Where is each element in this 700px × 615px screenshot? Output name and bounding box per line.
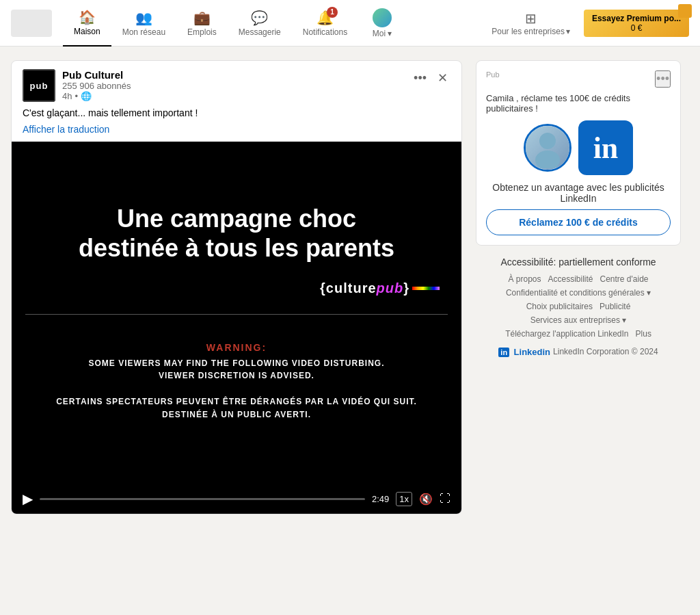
svg-point-0 <box>539 133 556 149</box>
premium-button[interactable]: Essayez Premium po... 0 € <box>584 10 689 37</box>
video-speed[interactable]: 1x <box>396 492 412 506</box>
footer-link-aide[interactable]: Centre d'aide <box>600 274 649 284</box>
video-controls: ▶ 2:49 1x 🔇 ⛶ <box>12 484 461 514</box>
premium-icon <box>678 4 692 18</box>
sidebar-ad-card: Pub ••• Camila , réclame tes 100€ de cré… <box>476 60 681 246</box>
user-avatar <box>373 8 392 27</box>
site-logo[interactable] <box>11 10 52 37</box>
clock-icon: • <box>75 91 78 101</box>
nav-item-moi[interactable]: Moi ▾ <box>358 0 406 47</box>
post-author-avatar: pub <box>23 69 55 102</box>
video-title-line1: Une campagne choc destinée à tous les pa… <box>79 204 394 263</box>
post-translate-link[interactable]: Afficher la traduction <box>12 124 461 142</box>
footer-row-2: Confidentialité et conditions générales … <box>476 288 681 298</box>
footer-row-5: Téléchargez l'application LinkedIn Plus <box>476 329 681 339</box>
top-navigation: 🏠 Maison 👥 Mon réseau 💼 Emplois 💬 Messag… <box>0 0 700 47</box>
footer-links: Accessibilité: partiellement conforme À … <box>476 257 681 358</box>
footer-link-services[interactable]: Services aux entreprises ▾ <box>530 315 627 325</box>
home-icon: 🏠 <box>79 9 96 25</box>
brand-pub: pub <box>377 280 404 296</box>
post-time: 4h • 🌐 <box>62 91 450 101</box>
post-actions: ••• ✕ <box>411 69 450 87</box>
nav-item-emplois[interactable]: 💼 Emplois <box>176 0 228 47</box>
nav-label-messagerie: Messagerie <box>239 27 281 37</box>
nav-label-maison: Maison <box>74 27 100 36</box>
nav-item-maison[interactable]: 🏠 Maison <box>63 0 111 47</box>
messaging-icon: 💬 <box>251 10 268 26</box>
footer-link-confidentialite[interactable]: Confidentialité et conditions générales … <box>506 288 651 298</box>
progress-bar[interactable] <box>40 498 365 500</box>
nav-item-messagerie[interactable]: 💬 Messagerie <box>228 0 292 47</box>
nav-label-emplois: Emplois <box>187 27 217 37</box>
grid-icon: ⊞ <box>525 10 537 27</box>
footer-link-apropos[interactable]: À propos <box>508 274 541 284</box>
footer-row-1: À propos Accessibilité Centre d'aide <box>476 274 681 284</box>
nav-label-mon-reseau: Mon réseau <box>122 27 165 37</box>
warning-text-fr: CERTAINS SPECTATEURS PEUVENT ÊTRE DÉRANG… <box>56 395 417 421</box>
footer-row-4: Services aux entreprises ▾ <box>476 315 681 325</box>
post-content-text: C'est glaçant... mais tellement importan… <box>12 107 461 124</box>
footer-link-plus[interactable]: Plus <box>636 329 651 339</box>
post-more-button[interactable]: ••• <box>411 70 429 87</box>
ad-title: Camila , réclame tes 100€ de crédits pub… <box>486 93 671 114</box>
nav-item-mon-reseau[interactable]: 👥 Mon réseau <box>111 0 176 47</box>
ad-person-image <box>524 124 571 172</box>
notifications-icon: 🔔 1 <box>317 10 334 26</box>
post-author-name[interactable]: Pub Culturel <box>62 69 450 81</box>
video-warning: WARNING: SOME VIEWERS MAY FIND THE FOLLO… <box>88 342 384 382</box>
notification-badge: 1 <box>327 7 338 18</box>
accessibility-label: Accessibilité: partiellement conforme <box>476 257 681 267</box>
ad-cta-button[interactable]: Réclamez 100 € de crédits <box>486 209 671 235</box>
post-followers: 255 906 abonnés <box>62 81 450 91</box>
nav-label-notifications: Notifications <box>303 27 347 37</box>
main-layout: pub Pub Culturel 255 906 abonnés 4h • 🌐 … <box>0 47 700 528</box>
nav-label-entreprises: Pour les entreprises ▾ <box>492 27 570 36</box>
video-duration: 2:49 <box>372 494 389 504</box>
premium-label: Essayez Premium po... <box>592 14 681 23</box>
post-meta: Pub Culturel 255 906 abonnés 4h • 🌐 <box>62 69 450 101</box>
colorbar <box>412 287 440 290</box>
warning-text-en: SOME VIEWERS MAY FIND THE FOLLOWING VIDE… <box>88 357 384 382</box>
footer-link-publicite[interactable]: Publicité <box>600 302 630 311</box>
feed-column: pub Pub Culturel 255 906 abonnés 4h • 🌐 … <box>11 60 462 514</box>
video-brand: {culturepub} <box>312 276 448 300</box>
nav-right: ⊞ Pour les entreprises ▾ Essayez Premium… <box>483 10 689 37</box>
brand-culture: culture <box>326 280 377 296</box>
nav-item-entreprises[interactable]: ⊞ Pour les entreprises ▾ <box>483 10 578 36</box>
linkedin-ad-logo: in <box>578 120 633 175</box>
nav-label-moi: Moi ▾ <box>373 29 392 38</box>
play-button[interactable]: ▶ <box>23 490 33 507</box>
premium-price: 0 € <box>631 23 643 33</box>
nav-item-notifications[interactable]: 🔔 1 Notifications <box>292 0 358 47</box>
video-divider <box>25 314 448 315</box>
ad-more-button[interactable]: ••• <box>655 70 671 88</box>
post-header: pub Pub Culturel 255 906 abonnés 4h • 🌐 … <box>12 61 461 107</box>
warning-title: WARNING: <box>88 342 384 353</box>
nav-items: 🏠 Maison 👥 Mon réseau 💼 Emplois 💬 Messag… <box>63 0 406 47</box>
globe-icon: 🌐 <box>81 91 92 101</box>
ad-images: in <box>486 120 671 175</box>
footer-link-app[interactable]: Téléchargez l'application LinkedIn <box>505 329 628 339</box>
post-card: pub Pub Culturel 255 906 abonnés 4h • 🌐 … <box>11 60 462 514</box>
ad-header: Pub ••• <box>486 70 671 88</box>
person-silhouette <box>527 127 568 168</box>
svg-point-1 <box>535 151 560 168</box>
footer-link-choix-pub[interactable]: Choix publicitaires <box>526 302 593 311</box>
footer-link-accessibilite[interactable]: Accessibilité <box>548 274 593 284</box>
volume-button[interactable]: 🔇 <box>419 493 433 506</box>
jobs-icon: 💼 <box>193 10 211 26</box>
copyright-text: LinkedIn Corporation © 2024 <box>553 347 658 356</box>
linkedin-footer-brand: in Linkedin LinkedIn Corporation © 2024 <box>476 345 681 358</box>
brand-brace-close: } <box>403 280 409 296</box>
brand-brace-open: { <box>320 280 326 296</box>
ad-description: Obtenez un avantage avec les publicités … <box>486 182 671 204</box>
video-container: Une campagne choc destinée à tous les pa… <box>12 142 461 484</box>
linkedin-logo-text: in Linkedin <box>498 345 550 358</box>
video-background: Une campagne choc destinée à tous les pa… <box>12 142 461 484</box>
post-close-button[interactable]: ✕ <box>435 69 450 87</box>
sidebar-column: Pub ••• Camila , réclame tes 100€ de cré… <box>476 60 681 514</box>
fullscreen-button[interactable]: ⛶ <box>440 493 450 505</box>
ad-label: Pub <box>486 70 500 79</box>
footer-row-3: Choix publicitaires Publicité <box>476 302 681 311</box>
network-icon: 👥 <box>135 10 152 26</box>
